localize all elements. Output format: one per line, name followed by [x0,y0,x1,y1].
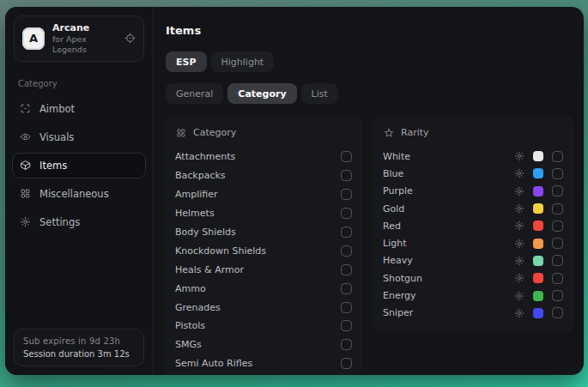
color-swatch[interactable] [533,273,543,283]
color-swatch[interactable] [533,151,543,161]
sidebar: A Arcane for Apex Legends Category Aimbo… [5,7,154,375]
rarity-row: Shotgun [383,269,563,287]
category-grid-icon [176,128,186,138]
category-row: Attachments [175,148,352,166]
color-swatch[interactable] [533,308,543,318]
rarity-row: Blue [383,165,563,182]
gear-icon[interactable] [514,168,524,178]
checkbox-red[interactable] [552,221,563,232]
category-row: Assault Rifles [175,373,352,375]
main-content: Items ESP Highlight General Category Lis… [154,7,584,375]
gear-icon[interactable] [514,203,524,214]
sidebar-item-aimbot[interactable]: Aimbot [12,96,146,122]
rarity-row: White [383,148,563,165]
sidebar-item-settings[interactable]: Settings [12,209,146,235]
sidebar-item-miscellaneous[interactable]: Miscellaneous [12,181,146,207]
category-row: Grenades [175,298,352,317]
category-row: Backpacks [175,166,352,185]
checkbox-semi-auto-rifles[interactable] [341,358,352,369]
checkbox-heavy[interactable] [552,255,563,266]
category-panel: Category Attachments Backpacks Amplifier… [164,115,363,375]
target-icon[interactable] [124,33,136,44]
rarity-panel: Rarity White Blue Purple Gold Red Light … [372,115,574,333]
rarity-row: Gold [383,200,563,217]
session-duration-text: Session duration 3m 12s [23,349,135,359]
color-swatch[interactable] [533,291,543,301]
category-row: Heals & Armor [175,260,352,279]
checkbox-amplifier[interactable] [341,189,352,200]
gear-icon[interactable] [514,151,524,161]
gear-icon [20,216,31,227]
gear-icon[interactable] [514,186,524,197]
mode-tabs: ESP Highlight [166,51,574,72]
checkbox-pistols[interactable] [341,320,352,331]
color-swatch[interactable] [533,221,543,231]
checkbox-heals-armor[interactable] [341,264,352,275]
category-row: Semi Auto Rifles [175,354,352,373]
gear-icon[interactable] [514,291,524,301]
checkbox-purple[interactable] [552,185,563,197]
app-subtitle: for Apex Legends [52,34,117,55]
category-row: Helmets [175,204,352,223]
checkbox-shotgun[interactable] [552,273,563,284]
rarity-row: Purple [383,183,563,200]
gear-icon[interactable] [514,256,524,266]
rarity-row: Light [383,234,563,251]
sidebar-section-label: Category [18,79,140,88]
category-row: SMGs [175,336,352,354]
checkbox-helmets[interactable] [341,208,352,219]
sidebar-item-label: Visuals [39,131,74,143]
package-icon [20,160,31,171]
checkbox-sniper[interactable] [552,307,563,318]
color-swatch[interactable] [533,256,543,266]
checkbox-blue[interactable] [552,168,563,179]
app-window: A Arcane for Apex Legends Category Aimbo… [5,7,584,375]
checkbox-knockdown-shields[interactable] [341,245,352,257]
app-name: Arcane [52,22,117,34]
checkbox-light[interactable] [552,238,563,249]
color-swatch[interactable] [533,203,543,214]
checkbox-white[interactable] [552,151,563,162]
tab-list[interactable]: List [301,83,338,104]
sidebar-item-label: Items [39,160,67,172]
checkbox-energy[interactable] [552,290,563,301]
checkbox-gold[interactable] [552,203,563,215]
app-logo: A [22,27,45,50]
page-title: Items [166,24,574,37]
checkbox-grenades[interactable] [341,302,352,313]
color-swatch[interactable] [533,239,543,249]
sidebar-item-items[interactable]: Items [12,153,146,178]
checkbox-body-shields[interactable] [341,227,352,238]
checkbox-ammo[interactable] [341,283,352,294]
tab-general[interactable]: General [166,83,223,104]
rarity-row: Energy [383,287,563,304]
gear-icon[interactable] [514,308,524,318]
checkbox-smgs[interactable] [341,339,352,350]
category-row: Knockdown Shields [175,241,352,260]
checkbox-backpacks[interactable] [341,170,352,181]
sidebar-item-visuals[interactable]: Visuals [12,124,146,150]
gear-icon[interactable] [514,273,524,283]
category-row: Pistols [175,317,352,336]
checkbox-attachments[interactable] [341,151,352,162]
crosshair-icon [20,103,31,114]
category-row: Amplifier [175,185,352,204]
color-swatch[interactable] [533,186,543,197]
view-tabs: General Category List [166,83,574,104]
tab-category[interactable]: Category [227,83,296,104]
sidebar-item-label: Settings [39,216,80,228]
color-swatch[interactable] [533,168,543,178]
gear-icon[interactable] [514,221,524,231]
category-row: Body Shields [175,223,352,242]
tab-highlight[interactable]: Highlight [211,51,275,72]
sidebar-item-label: Aimbot [39,103,75,115]
app-header-card: A Arcane for Apex Legends [14,15,144,62]
grid-icon [20,188,31,199]
rarity-panel-title: Rarity [401,127,429,138]
subscription-card: Sub expires in 9d 23h Session duration 3… [14,329,144,366]
category-panel-title: Category [193,127,236,138]
gear-icon[interactable] [514,239,524,249]
category-row: Ammo [175,279,352,298]
tab-esp[interactable]: ESP [166,51,207,72]
rarity-row: Heavy [383,252,563,269]
